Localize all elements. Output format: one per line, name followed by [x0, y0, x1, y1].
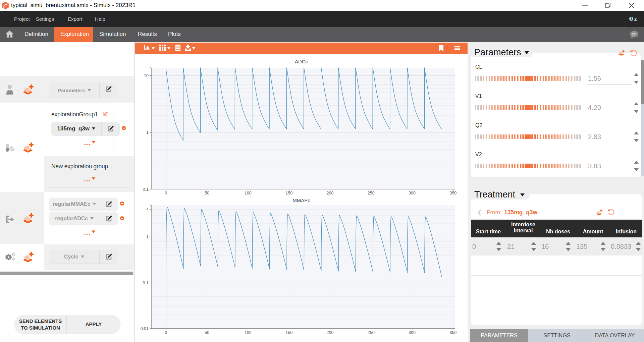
svg-text:350: 350	[449, 330, 457, 335]
svg-text:50: 50	[205, 330, 209, 335]
svg-text:4: 4	[146, 207, 149, 212]
svg-text:0: 0	[165, 330, 167, 335]
svg-text:200: 200	[327, 330, 334, 335]
svg-text:0.01: 0.01	[141, 326, 149, 331]
svg-text:100: 100	[245, 330, 252, 335]
svg-text:250: 250	[368, 330, 375, 335]
svg-text:300: 300	[409, 330, 416, 335]
svg-text:1: 1	[146, 235, 149, 239]
svg-text:0.1: 0.1	[143, 281, 149, 285]
svg-text:150: 150	[285, 330, 292, 335]
